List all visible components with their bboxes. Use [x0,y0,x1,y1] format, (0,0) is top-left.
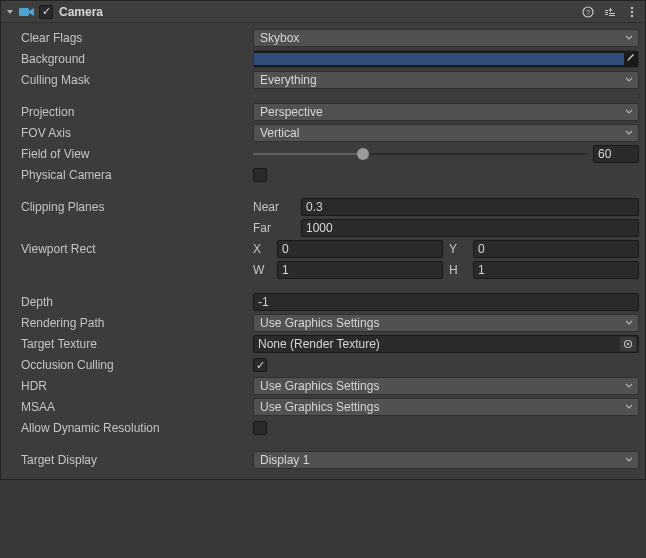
chevron-down-icon [625,320,633,326]
viewport-rect-label: Viewport Rect [7,242,253,256]
projection-value: Perspective [260,105,323,119]
allow-dynamic-resolution-label: Allow Dynamic Resolution [7,421,253,435]
fov-axis-value: Vertical [260,126,299,140]
target-texture-value: None (Render Texture) [258,337,380,351]
rendering-path-dropdown[interactable]: Use Graphics Settings [253,314,639,332]
occlusion-culling-label: Occlusion Culling [7,358,253,372]
svg-rect-5 [605,14,608,15]
component-body: Clear Flags Skybox Background Culli [1,23,645,479]
msaa-value: Use Graphics Settings [260,400,379,414]
clipping-planes-label: Clipping Planes [7,200,253,214]
target-display-value: Display 1 [260,453,309,467]
physical-camera-label: Physical Camera [7,168,253,182]
viewport-h-input[interactable]: 1 [473,261,639,279]
component-header: Camera ? [1,1,645,23]
component-title: Camera [59,5,581,19]
clear-flags-dropdown[interactable]: Skybox [253,29,639,47]
rendering-path-value: Use Graphics Settings [260,316,379,330]
chevron-down-icon [625,77,633,83]
svg-rect-4 [605,12,608,13]
svg-point-10 [631,6,633,8]
chevron-down-icon [6,8,14,16]
header-actions: ? [581,5,639,19]
kebab-menu-icon[interactable] [625,5,639,19]
field-of-view-slider[interactable] [253,145,587,163]
component-enable-checkbox[interactable] [39,5,53,19]
svg-point-11 [631,10,633,12]
near-label: Near [253,200,297,214]
hdr-label: HDR [7,379,253,393]
camera-icon [19,5,35,19]
svg-rect-9 [609,15,615,16]
chevron-down-icon [625,130,633,136]
viewport-x-input[interactable]: 0 [277,240,443,258]
target-texture-label: Target Texture [7,337,253,351]
svg-point-14 [627,343,629,345]
hdr-value: Use Graphics Settings [260,379,379,393]
culling-mask-value: Everything [260,73,317,87]
viewport-y-input[interactable]: 0 [473,240,639,258]
background-label: Background [7,52,253,66]
viewport-w-input[interactable]: 1 [277,261,443,279]
svg-rect-8 [609,13,615,14]
field-of-view-label: Field of View [7,147,253,161]
chevron-down-icon [625,35,633,41]
depth-label: Depth [7,295,253,309]
svg-rect-7 [609,9,613,10]
far-label: Far [253,221,297,235]
target-texture-field[interactable]: None (Render Texture) [253,335,639,353]
physical-camera-checkbox[interactable] [253,168,267,182]
projection-label: Projection [7,105,253,119]
occlusion-culling-checkbox[interactable] [253,358,267,372]
chevron-down-icon [625,404,633,410]
depth-input[interactable]: -1 [253,293,639,311]
svg-point-12 [631,14,633,16]
help-icon[interactable]: ? [581,5,595,19]
chevron-down-icon [625,383,633,389]
eyedropper-icon [625,53,635,63]
camera-component: Camera ? Clear Flags Skybox Backg [0,0,646,480]
background-color-field[interactable] [253,50,639,68]
field-of-view-input[interactable]: 60 [593,145,639,163]
fov-axis-label: FOV Axis [7,126,253,140]
svg-text:?: ? [586,8,591,17]
chevron-down-icon [625,457,633,463]
target-display-dropdown[interactable]: Display 1 [253,451,639,469]
rendering-path-label: Rendering Path [7,316,253,330]
foldout-toggle[interactable] [5,7,15,17]
svg-rect-0 [19,8,29,16]
culling-mask-dropdown[interactable]: Everything [253,71,639,89]
projection-dropdown[interactable]: Perspective [253,103,639,121]
viewport-w-label: W [253,263,273,277]
fov-axis-dropdown[interactable]: Vertical [253,124,639,142]
object-picker-icon[interactable] [620,337,636,351]
svg-rect-3 [605,10,608,11]
clipping-near-input[interactable]: 0.3 [301,198,639,216]
target-display-label: Target Display [7,453,253,467]
viewport-h-label: H [449,263,469,277]
clipping-far-input[interactable]: 1000 [301,219,639,237]
culling-mask-label: Culling Mask [7,73,253,87]
preset-icon[interactable] [603,5,617,19]
viewport-y-label: Y [449,242,469,256]
hdr-dropdown[interactable]: Use Graphics Settings [253,377,639,395]
viewport-x-label: X [253,242,273,256]
msaa-label: MSAA [7,400,253,414]
chevron-down-icon [625,109,633,115]
allow-dynamic-resolution-checkbox[interactable] [253,421,267,435]
clear-flags-value: Skybox [260,31,299,45]
msaa-dropdown[interactable]: Use Graphics Settings [253,398,639,416]
clear-flags-label: Clear Flags [7,31,253,45]
background-swatch [254,53,624,65]
